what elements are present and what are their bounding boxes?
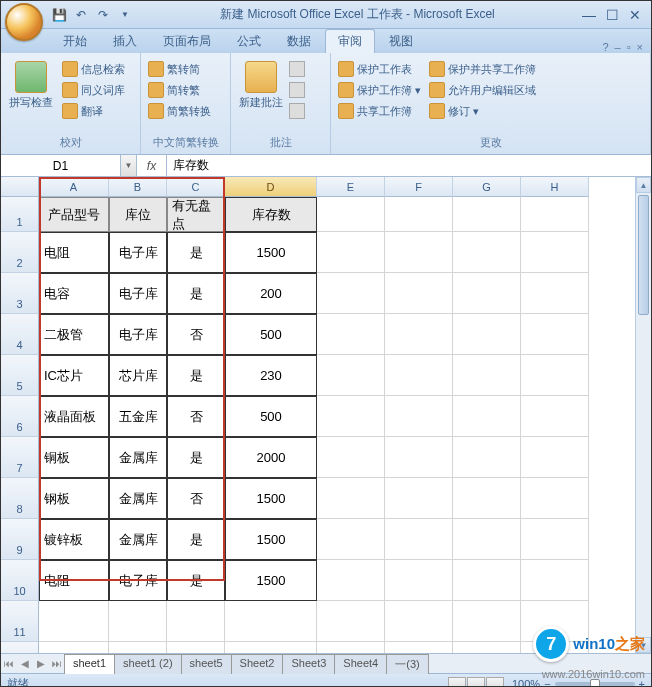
sheet-tab-Sheet2[interactable]: Sheet2 (231, 654, 284, 674)
cell-F4[interactable] (385, 314, 453, 355)
translate-button[interactable]: 翻译 (59, 101, 128, 121)
cell-A5[interactable]: IC芯片 (39, 355, 109, 396)
cell-F1[interactable] (385, 197, 453, 232)
cell-G2[interactable] (453, 232, 521, 273)
tab-view[interactable]: 视图 (377, 30, 425, 53)
protect-workbook-button[interactable]: 保护工作簿▾ (335, 80, 424, 100)
cell-G8[interactable] (453, 478, 521, 519)
select-all-corner[interactable] (1, 177, 39, 197)
cell-E11[interactable] (317, 601, 385, 642)
redo-icon[interactable]: ↷ (95, 7, 111, 23)
column-header-C[interactable]: C (167, 177, 225, 197)
cell-E5[interactable] (317, 355, 385, 396)
cell-A1[interactable]: 产品型号 (39, 197, 109, 232)
cell-B5[interactable]: 芯片库 (109, 355, 167, 396)
tab-insert[interactable]: 插入 (101, 30, 149, 53)
cell-E10[interactable] (317, 560, 385, 601)
scroll-up-button[interactable]: ▲ (636, 177, 651, 193)
cell-G12[interactable] (453, 642, 521, 653)
cell-H7[interactable] (521, 437, 589, 478)
cell-E3[interactable] (317, 273, 385, 314)
row-header-10[interactable]: 10 (1, 560, 39, 601)
column-header-A[interactable]: A (39, 177, 109, 197)
cell-B4[interactable]: 电子库 (109, 314, 167, 355)
cell-A9[interactable]: 镀锌板 (39, 519, 109, 560)
protect-sheet-button[interactable]: 保护工作表 (335, 59, 424, 79)
cell-D4[interactable]: 500 (225, 314, 317, 355)
zoom-level[interactable]: 100% (512, 678, 540, 688)
formula-input[interactable]: 库存数 (167, 155, 651, 176)
cell-F7[interactable] (385, 437, 453, 478)
sheet-tab-一(3)[interactable]: 一(3) (386, 654, 428, 674)
cell-E9[interactable] (317, 519, 385, 560)
qat-dropdown-icon[interactable]: ▼ (117, 7, 133, 23)
prev-comment-icon[interactable] (289, 61, 305, 77)
cell-F2[interactable] (385, 232, 453, 273)
cell-B1[interactable]: 库位 (109, 197, 167, 232)
sheet-tab-sheet5[interactable]: sheet5 (181, 654, 232, 674)
column-header-G[interactable]: G (453, 177, 521, 197)
page-layout-view-button[interactable] (467, 677, 485, 688)
cell-C11[interactable] (167, 601, 225, 642)
close-doc-icon[interactable]: × (637, 41, 643, 53)
cell-B8[interactable]: 金属库 (109, 478, 167, 519)
cell-C10[interactable]: 是 (167, 560, 225, 601)
cell-B6[interactable]: 五金库 (109, 396, 167, 437)
row-header-5[interactable]: 5 (1, 355, 39, 396)
cell-E2[interactable] (317, 232, 385, 273)
cell-F11[interactable] (385, 601, 453, 642)
next-sheet-button[interactable]: ▶ (33, 658, 49, 669)
column-header-F[interactable]: F (385, 177, 453, 197)
cell-G10[interactable] (453, 560, 521, 601)
cell-C3[interactable]: 是 (167, 273, 225, 314)
cell-C12[interactable] (167, 642, 225, 653)
cell-B7[interactable]: 金属库 (109, 437, 167, 478)
fx-button[interactable]: fx (137, 155, 167, 176)
tab-layout[interactable]: 页面布局 (151, 30, 223, 53)
cell-C7[interactable]: 是 (167, 437, 225, 478)
last-sheet-button[interactable]: ⏭ (49, 658, 65, 669)
save-icon[interactable]: 💾 (51, 7, 67, 23)
cell-E4[interactable] (317, 314, 385, 355)
cell-A3[interactable]: 电容 (39, 273, 109, 314)
office-button[interactable] (5, 3, 43, 41)
row-header-1[interactable]: 1 (1, 197, 39, 232)
name-box-dropdown[interactable]: ▼ (121, 155, 137, 176)
cell-D6[interactable]: 500 (225, 396, 317, 437)
tab-data[interactable]: 数据 (275, 30, 323, 53)
row-header-12[interactable]: 12 (1, 642, 39, 653)
cell-G6[interactable] (453, 396, 521, 437)
cell-F5[interactable] (385, 355, 453, 396)
cell-A10[interactable]: 电阻 (39, 560, 109, 601)
column-header-H[interactable]: H (521, 177, 589, 197)
cell-D8[interactable]: 1500 (225, 478, 317, 519)
cell-A12[interactable] (39, 642, 109, 653)
row-header-8[interactable]: 8 (1, 478, 39, 519)
help-icon[interactable]: ? (602, 41, 608, 53)
cell-H6[interactable] (521, 396, 589, 437)
cell-G9[interactable] (453, 519, 521, 560)
cell-E12[interactable] (317, 642, 385, 653)
new-comment-button[interactable]: 新建批注 (235, 59, 287, 112)
cell-C2[interactable]: 是 (167, 232, 225, 273)
cell-G7[interactable] (453, 437, 521, 478)
cell-A4[interactable]: 二极管 (39, 314, 109, 355)
row-header-2[interactable]: 2 (1, 232, 39, 273)
vertical-scrollbar[interactable]: ▲ ▼ (635, 177, 651, 653)
show-comment-icon[interactable] (289, 103, 305, 119)
cell-A7[interactable]: 铜板 (39, 437, 109, 478)
cell-E8[interactable] (317, 478, 385, 519)
cell-H8[interactable] (521, 478, 589, 519)
cell-B9[interactable]: 金属库 (109, 519, 167, 560)
cell-D7[interactable]: 2000 (225, 437, 317, 478)
cell-H2[interactable] (521, 232, 589, 273)
cell-D2[interactable]: 1500 (225, 232, 317, 273)
min-ribbon-icon[interactable]: – (615, 41, 621, 53)
close-button[interactable]: ✕ (629, 7, 641, 23)
minimize-button[interactable]: — (582, 7, 596, 23)
cell-B10[interactable]: 电子库 (109, 560, 167, 601)
cell-D3[interactable]: 200 (225, 273, 317, 314)
first-sheet-button[interactable]: ⏮ (1, 658, 17, 669)
row-header-11[interactable]: 11 (1, 601, 39, 642)
cell-H10[interactable] (521, 560, 589, 601)
